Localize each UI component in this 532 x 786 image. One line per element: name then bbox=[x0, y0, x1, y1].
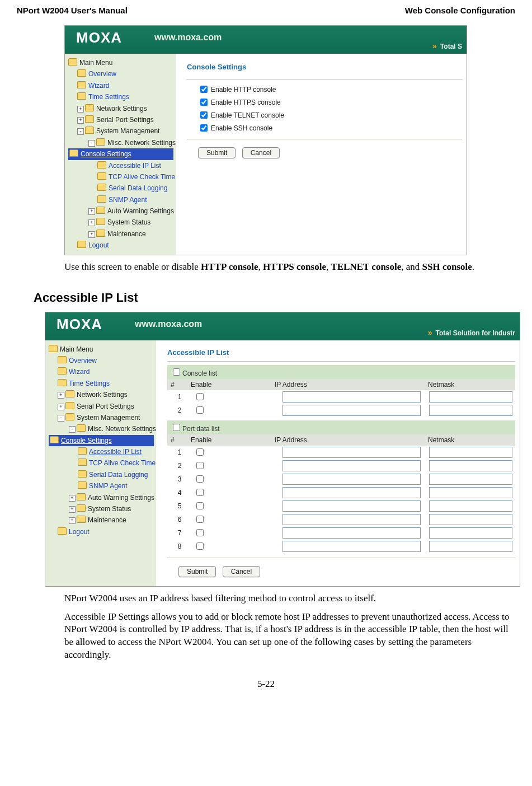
folder-icon bbox=[78, 447, 87, 455]
row-enable-checkbox[interactable] bbox=[196, 406, 204, 414]
tree-accessible-ip[interactable]: Accessible IP List bbox=[68, 160, 173, 171]
chk-http[interactable] bbox=[200, 86, 208, 93]
chk-https[interactable] bbox=[200, 99, 208, 106]
tree-wizard[interactable]: Wizard bbox=[49, 366, 154, 377]
tree-sysmgmt[interactable]: -System Management bbox=[68, 125, 173, 137]
tree-snmp[interactable]: SNMP Agent bbox=[49, 480, 154, 492]
expand-icon[interactable]: + bbox=[88, 219, 95, 226]
expand-icon[interactable]: + bbox=[77, 117, 84, 124]
submit-button[interactable]: Submit bbox=[198, 147, 236, 158]
row-ip-input[interactable] bbox=[283, 405, 421, 416]
row-ip-input[interactable] bbox=[283, 541, 421, 552]
tree-serial[interactable]: +Serial Port Settings bbox=[68, 114, 173, 125]
row-netmask-input[interactable] bbox=[429, 514, 512, 525]
tree-network[interactable]: +Network Settings bbox=[49, 389, 154, 400]
tree-overview[interactable]: Overview bbox=[49, 355, 154, 366]
tree-sysstatus[interactable]: +System Status bbox=[68, 217, 173, 228]
row-enable-checkbox[interactable] bbox=[196, 489, 204, 496]
tree-serial-log[interactable]: Serial Data Logging bbox=[68, 183, 173, 194]
label: Time Settings bbox=[69, 380, 110, 387]
tree-wizard[interactable]: Wizard bbox=[68, 80, 173, 91]
row-ip-input[interactable] bbox=[283, 391, 421, 403]
row-enable-checkbox[interactable] bbox=[196, 516, 204, 523]
port-list-toggle[interactable] bbox=[173, 424, 180, 431]
submit-button[interactable]: Submit bbox=[178, 566, 216, 577]
tree-overview[interactable]: Overview bbox=[68, 68, 173, 79]
console-list-toggle[interactable] bbox=[173, 368, 180, 376]
tree-network[interactable]: +Network Settings bbox=[68, 103, 173, 114]
tree-logout[interactable]: Logout bbox=[49, 526, 154, 537]
folder-icon bbox=[78, 458, 87, 466]
row-netmask-input[interactable] bbox=[429, 391, 512, 403]
cancel-button[interactable]: Cancel bbox=[242, 147, 280, 158]
expand-icon[interactable]: + bbox=[69, 495, 76, 502]
chk-telnet[interactable] bbox=[200, 111, 208, 119]
row-ip-input[interactable] bbox=[283, 474, 421, 485]
row-enable-checkbox[interactable] bbox=[196, 475, 204, 483]
screenshot-accessible-ip: MOXA www.moxa.com Total Solution for Ind… bbox=[45, 312, 520, 587]
tree-accessible-ip[interactable]: Accessible IP List bbox=[49, 446, 154, 457]
tree-console-settings[interactable]: Console Settings bbox=[49, 435, 154, 446]
tree-time[interactable]: Time Settings bbox=[49, 378, 154, 389]
tree-autowarn[interactable]: +Auto Warning Settings bbox=[68, 205, 173, 217]
row-enable-checkbox[interactable] bbox=[196, 393, 204, 400]
tree-sysstatus[interactable]: +System Status bbox=[49, 503, 154, 514]
row-enable-checkbox[interactable] bbox=[196, 448, 204, 456]
row-netmask-input[interactable] bbox=[429, 487, 512, 498]
tree-tcp-alive[interactable]: TCP Alive Check Time bbox=[49, 457, 154, 469]
tree-console-settings[interactable]: Console Settings bbox=[68, 148, 173, 160]
row-enable-checkbox[interactable] bbox=[196, 529, 204, 536]
row-enable-checkbox[interactable] bbox=[196, 462, 204, 469]
folder-icon bbox=[65, 402, 74, 409]
bold: SSH console bbox=[422, 261, 472, 272]
row-netmask-input[interactable] bbox=[429, 405, 512, 416]
moxa-url: www.moxa.com bbox=[135, 319, 202, 329]
tree-root[interactable]: Main Menu bbox=[68, 57, 173, 68]
tree-serial-log[interactable]: Serial Data Logging bbox=[49, 469, 154, 480]
collapse-icon[interactable]: - bbox=[58, 415, 64, 422]
row-netmask-input[interactable] bbox=[429, 460, 512, 471]
row-ip-input[interactable] bbox=[283, 460, 421, 471]
pane-title: Console Settings bbox=[187, 63, 462, 71]
tree-misc[interactable]: -Misc. Network Settings bbox=[68, 137, 173, 148]
row-ip-input[interactable] bbox=[283, 447, 421, 458]
tree-autowarn[interactable]: +Auto Warning Settings bbox=[49, 492, 154, 503]
tree-misc[interactable]: -Misc. Network Settings bbox=[49, 423, 154, 434]
expand-icon[interactable]: + bbox=[88, 231, 95, 238]
row-ip-input[interactable] bbox=[283, 527, 421, 539]
tree-maint[interactable]: +Maintenance bbox=[49, 514, 154, 526]
row-netmask-input[interactable] bbox=[429, 541, 512, 552]
tree-serial[interactable]: +Serial Port Settings bbox=[49, 401, 154, 412]
collapse-icon[interactable]: - bbox=[69, 426, 76, 433]
row-netmask-input[interactable] bbox=[429, 474, 512, 485]
console-list-columns: # Enable IP Address Netmask bbox=[167, 379, 515, 390]
tree-root[interactable]: Main Menu bbox=[49, 344, 154, 355]
cancel-button[interactable]: Cancel bbox=[223, 566, 260, 577]
expand-icon[interactable]: + bbox=[69, 517, 76, 524]
row-netmask-input[interactable] bbox=[429, 500, 512, 512]
row-netmask-input[interactable] bbox=[429, 527, 512, 539]
row-enable-checkbox[interactable] bbox=[196, 542, 204, 550]
folder-icon bbox=[97, 161, 106, 169]
collapse-icon[interactable]: - bbox=[88, 140, 95, 147]
expand-icon[interactable]: + bbox=[58, 392, 64, 399]
expand-icon[interactable]: + bbox=[69, 506, 76, 513]
tree-logout[interactable]: Logout bbox=[68, 240, 173, 251]
row-ip-input[interactable] bbox=[283, 487, 421, 498]
collapse-icon[interactable]: - bbox=[77, 128, 84, 135]
row-ip-input[interactable] bbox=[283, 500, 421, 512]
row-ip-input[interactable] bbox=[283, 514, 421, 525]
tree-maint[interactable]: +Maintenance bbox=[68, 228, 173, 240]
tree-sysmgmt[interactable]: -System Management bbox=[49, 412, 154, 423]
tree-snmp[interactable]: SNMP Agent bbox=[68, 194, 173, 205]
tree-time[interactable]: Time Settings bbox=[68, 91, 173, 102]
chk-ssh[interactable] bbox=[200, 124, 208, 132]
folder-icon bbox=[65, 413, 74, 420]
expand-icon[interactable]: + bbox=[88, 208, 95, 215]
row-netmask-input[interactable] bbox=[429, 447, 512, 458]
expand-icon[interactable]: + bbox=[77, 106, 84, 113]
row-enable-checkbox[interactable] bbox=[196, 502, 204, 509]
expand-icon[interactable]: + bbox=[58, 404, 64, 410]
screenshot-console-settings: MOXA www.moxa.com Total S Main Menu Over… bbox=[64, 25, 467, 255]
tree-tcp-alive[interactable]: TCP Alive Check Time bbox=[68, 171, 173, 183]
